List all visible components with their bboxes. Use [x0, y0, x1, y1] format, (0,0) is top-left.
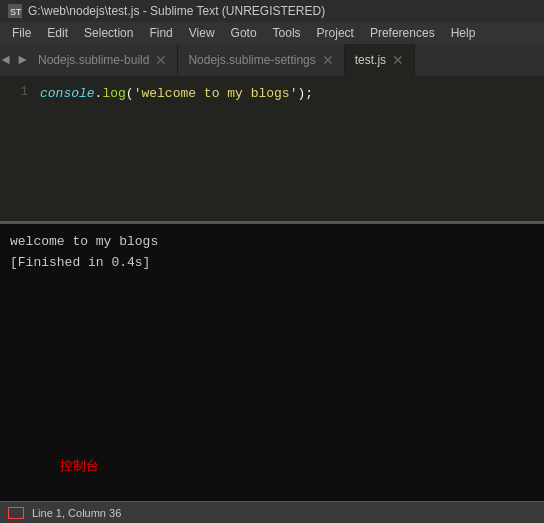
menu-goto[interactable]: Goto	[223, 24, 265, 42]
menu-bar: File Edit Selection Find View Goto Tools…	[0, 22, 544, 44]
line-numbers: 1	[0, 76, 36, 221]
code-console-keyword: console	[40, 86, 95, 101]
menu-help[interactable]: Help	[443, 24, 484, 42]
tab-testjs[interactable]: test.js ✕	[345, 44, 415, 76]
console-line-1: welcome to my blogs	[10, 232, 534, 253]
code-string: 'welcome to my blogs'	[134, 86, 298, 101]
window-title: G:\web\nodejs\test.js - Sublime Text (UN…	[28, 4, 325, 18]
menu-file[interactable]: File	[4, 24, 39, 42]
svg-text:ST: ST	[10, 7, 22, 17]
tab-nav[interactable]: ◄ ►	[0, 44, 28, 76]
cursor-position: Line 1, Column 36	[32, 507, 121, 519]
menu-selection[interactable]: Selection	[76, 24, 141, 42]
tab-close-nodejs-build[interactable]: ✕	[155, 53, 167, 67]
console-line-2: [Finished in 0.4s]	[10, 253, 534, 274]
menu-edit[interactable]: Edit	[39, 24, 76, 42]
code-openparen: (	[126, 86, 134, 101]
code-content[interactable]: console.log('welcome to my blogs');	[36, 76, 544, 221]
menu-project[interactable]: Project	[309, 24, 362, 42]
tab-nav-arrows: ◄ ►	[1, 52, 26, 68]
tab-close-testjs[interactable]: ✕	[392, 53, 404, 67]
tab-label-nodejs-build: Nodejs.sublime-build	[38, 53, 149, 67]
title-bar: ST G:\web\nodejs\test.js - Sublime Text …	[0, 0, 544, 22]
tab-bar: ◄ ► Nodejs.sublime-build ✕ Nodejs.sublim…	[0, 44, 544, 76]
menu-tools[interactable]: Tools	[265, 24, 309, 42]
app-icon: ST	[8, 4, 22, 18]
console-section: welcome to my blogs [Finished in 0.4s] 控…	[0, 224, 544, 501]
menu-find[interactable]: Find	[141, 24, 180, 42]
tab-label-nodejs-settings: Nodejs.sublime-settings	[188, 53, 315, 67]
editor-area: 1 console.log('welcome to my blogs'); we…	[0, 76, 544, 501]
status-bar: Line 1, Column 36	[0, 501, 544, 523]
code-log-method: log	[102, 86, 125, 101]
tab-nodejs-settings[interactable]: Nodejs.sublime-settings ✕	[178, 44, 344, 76]
tab-label-testjs: test.js	[355, 53, 386, 67]
menu-preferences[interactable]: Preferences	[362, 24, 443, 42]
menu-view[interactable]: View	[181, 24, 223, 42]
code-section[interactable]: 1 console.log('welcome to my blogs');	[0, 76, 544, 221]
line-number-1: 1	[0, 84, 28, 99]
tab-nodejs-build[interactable]: Nodejs.sublime-build ✕	[28, 44, 178, 76]
console-label: 控制台	[60, 456, 99, 477]
tab-close-nodejs-settings[interactable]: ✕	[322, 53, 334, 67]
code-closeparen: );	[297, 86, 313, 101]
status-icon	[8, 507, 24, 519]
